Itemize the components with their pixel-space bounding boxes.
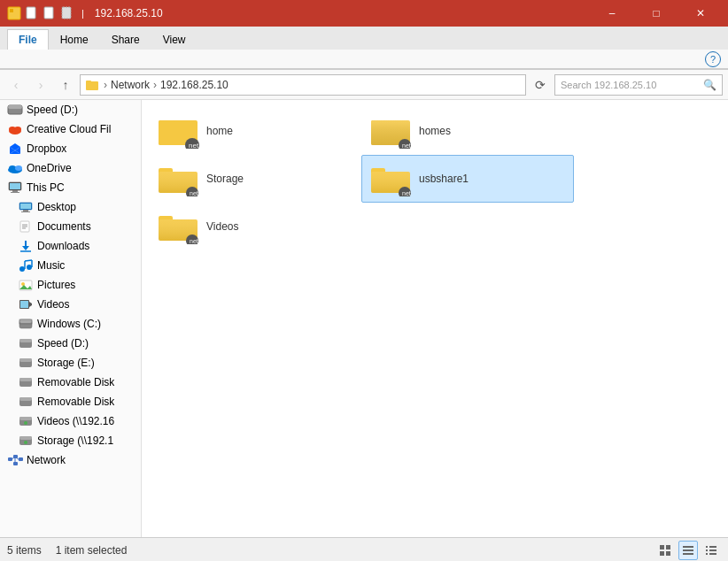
svg-rect-51	[19, 358, 32, 362]
sidebar-item-onedrive[interactable]: OneDrive	[0, 158, 141, 178]
ribbon: File Home Share View ?	[0, 27, 728, 70]
sidebar-label: Network	[27, 454, 66, 466]
svg-point-34	[19, 266, 25, 272]
sidebar-item-network[interactable]: Network	[0, 450, 141, 470]
folder-icon-homes: net	[369, 113, 412, 149]
folder-item-homes[interactable]: net homes	[361, 107, 574, 155]
sidebar-label: Videos (\\192.16	[37, 415, 114, 427]
sidebar-item-removable1[interactable]: Removable Disk	[0, 373, 141, 392]
removable2-icon	[18, 394, 34, 410]
sidebar-label: Pictures	[37, 279, 75, 291]
sidebar-label: Speed (D:)	[27, 104, 78, 116]
sidebar-item-speed-d[interactable]: Speed (D:)	[0, 100, 141, 119]
sidebar-item-creative-cloud[interactable]: Creative Cloud Fil	[0, 119, 141, 139]
sidebar-item-videos-net[interactable]: Videos (\\192.16	[0, 411, 141, 431]
search-icon: 🔍	[703, 79, 716, 91]
sidebar-item-documents[interactable]: Documents	[0, 217, 141, 236]
sidebar-label: Removable Disk	[37, 376, 114, 388]
help-button[interactable]: ?	[705, 51, 721, 67]
folder-grid: net home net	[149, 107, 721, 250]
address-sep2: ›	[153, 79, 157, 91]
window-icon	[7, 6, 21, 20]
address-sep1: ›	[104, 79, 107, 91]
svg-rect-22	[11, 192, 19, 193]
network-drive-icon2	[18, 433, 34, 449]
folder-name: usbshare1	[419, 173, 469, 185]
sidebar-label: Storage (\\192.1	[37, 434, 113, 447]
svg-text:net: net	[402, 142, 411, 149]
svg-rect-24	[20, 204, 31, 209]
sidebar-label: Downloads	[37, 240, 89, 252]
sidebar-item-desktop[interactable]: Desktop	[0, 197, 141, 217]
svg-rect-55	[19, 397, 32, 401]
title-file-icon2	[43, 6, 57, 20]
list-view-button[interactable]	[701, 541, 721, 560]
tab-file[interactable]: File	[7, 29, 49, 50]
sidebar-item-downloads[interactable]: Downloads	[0, 236, 141, 256]
svg-point-35	[27, 265, 32, 270]
folder-name: homes	[419, 125, 451, 137]
folder-item-home[interactable]: net home	[149, 107, 361, 155]
svg-rect-107	[706, 553, 708, 555]
sidebar-item-storage-e[interactable]: Storage (E:)	[0, 353, 141, 373]
sidebar-item-music[interactable]: Music	[0, 256, 141, 275]
sidebar: Speed (D:) Creative Cloud Fil Dropbox On…	[0, 100, 142, 537]
folder-icon-videos: net	[157, 209, 199, 244]
svg-rect-2	[27, 7, 35, 19]
svg-rect-4	[62, 7, 71, 19]
videos-icon	[18, 296, 34, 312]
folder-icon-storage: net	[157, 161, 199, 196]
sidebar-item-videos[interactable]: Videos	[0, 295, 141, 314]
drive-d-icon	[18, 335, 34, 351]
sidebar-label: Windows (C:)	[37, 318, 101, 330]
tab-share[interactable]: Share	[100, 29, 151, 50]
svg-rect-46	[19, 319, 32, 323]
sidebar-item-dropbox[interactable]: Dropbox	[0, 139, 141, 158]
svg-point-17	[9, 165, 16, 171]
folder-item-storage[interactable]: net Storage	[149, 155, 361, 203]
maximize-button[interactable]: □	[636, 0, 677, 27]
svg-rect-26	[21, 211, 30, 212]
sidebar-item-speed-d2[interactable]: Speed (D:)	[0, 334, 141, 353]
status-right	[655, 541, 721, 560]
folder-name: Storage	[206, 173, 244, 185]
refresh-button[interactable]: ⟳	[530, 74, 551, 96]
tab-view[interactable]: View	[151, 29, 197, 50]
address-part-network: Network	[111, 79, 150, 91]
up-button[interactable]: ↑	[55, 74, 76, 96]
sidebar-item-storage-net[interactable]: Storage (\\192.1	[0, 431, 141, 450]
title-file-icon3	[60, 6, 74, 20]
search-placeholder: Search 192.168.25.10	[561, 80, 700, 90]
sidebar-item-removable2[interactable]: Removable Disk	[0, 392, 141, 411]
details-view-button[interactable]	[678, 541, 698, 560]
tab-home[interactable]: Home	[49, 29, 100, 50]
desktop-icon	[18, 199, 34, 215]
minimize-button[interactable]: –	[592, 0, 632, 27]
sidebar-item-this-pc[interactable]: This PC	[0, 178, 141, 197]
search-box[interactable]: Search 192.168.25.10 🔍	[554, 74, 723, 96]
this-pc-icon	[7, 180, 23, 196]
svg-rect-97	[666, 545, 670, 549]
sidebar-label: Storage (E:)	[37, 357, 95, 369]
back-button[interactable]: ‹	[5, 74, 27, 96]
svg-text:net: net	[190, 190, 198, 196]
folder-item-usbshare1[interactable]: net usbshare1	[361, 155, 574, 203]
sidebar-item-windows-c[interactable]: Windows (C:)	[0, 314, 141, 334]
forward-button[interactable]: ›	[30, 74, 51, 96]
main-layout: Speed (D:) Creative Cloud Fil Dropbox On…	[0, 100, 728, 537]
status-left: 5 items 1 item selected	[7, 544, 127, 557]
svg-rect-25	[23, 210, 28, 211]
large-icons-view-button[interactable]	[655, 541, 675, 560]
folder-icon-usbshare1: net	[369, 161, 412, 196]
svg-rect-105	[706, 549, 708, 551]
ribbon-tab-bar: File Home Share View	[0, 27, 728, 50]
sidebar-item-pictures[interactable]: Pictures	[0, 275, 141, 295]
svg-rect-57	[19, 417, 32, 420]
svg-point-58	[24, 421, 27, 425]
address-box[interactable]: › Network › 192.168.25.10	[80, 74, 526, 96]
svg-rect-104	[709, 546, 716, 548]
close-button[interactable]: ✕	[680, 0, 721, 27]
folder-icon-home: net	[157, 113, 199, 149]
svg-text:net: net	[189, 142, 199, 149]
folder-item-videos[interactable]: net Videos	[149, 203, 361, 250]
